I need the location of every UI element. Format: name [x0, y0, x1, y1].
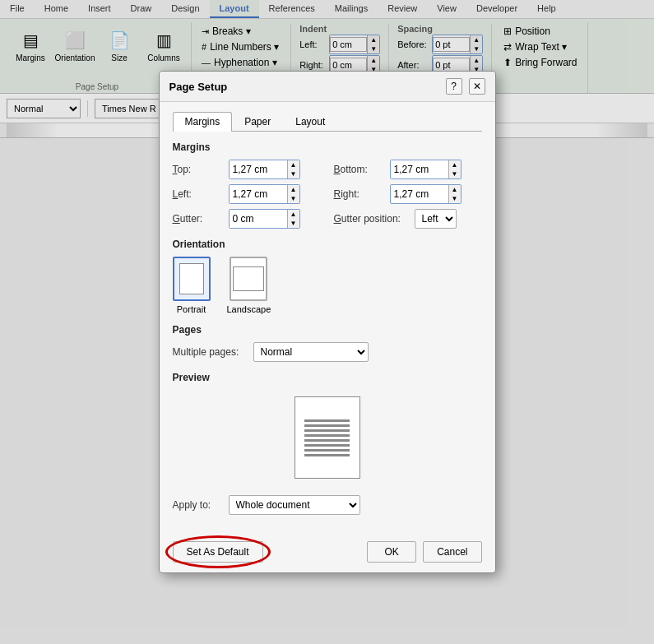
- landscape-icon: [230, 257, 267, 301]
- set-as-default-button[interactable]: Set As Default: [173, 541, 263, 563]
- gutter-up[interactable]: ▲: [288, 210, 299, 219]
- left-up[interactable]: ▲: [288, 185, 299, 194]
- right-down[interactable]: ▼: [449, 194, 461, 203]
- top-input-wrap: ▲ ▼: [229, 160, 300, 179]
- tab-paper[interactable]: Paper: [232, 112, 283, 131]
- gutter-input[interactable]: [230, 210, 287, 228]
- right-up[interactable]: ▲: [449, 185, 461, 194]
- preview-line-5: [304, 439, 350, 442]
- top-down[interactable]: ▼: [288, 169, 299, 178]
- portrait-label: Portrait: [177, 304, 206, 314]
- pages-title: Pages: [173, 324, 482, 336]
- multiple-pages-label: Multiple pages:: [173, 346, 247, 358]
- apply-to-row: Apply to: Whole document: [173, 495, 482, 515]
- orientation-options: Portrait Landscape: [173, 257, 482, 314]
- preview-container: [173, 390, 482, 485]
- gutter-position-label: Gutter position:: [334, 213, 408, 225]
- ok-button[interactable]: OK: [367, 541, 416, 563]
- top-margin-input[interactable]: [230, 160, 287, 178]
- landscape-option[interactable]: Landscape: [227, 257, 271, 314]
- top-spinner: ▲ ▼: [287, 160, 299, 178]
- set-as-default-wrap: Set As Default: [173, 541, 263, 563]
- preview-line-2: [304, 424, 350, 427]
- bottom-margin-row: Bottom: ▲ ▼: [334, 160, 482, 179]
- dialog-body: Margins Paper Layout Margins Top: ▲: [160, 102, 495, 535]
- preview-line-3: [304, 429, 350, 432]
- bottom-label: Bottom:: [334, 164, 383, 175]
- close-button[interactable]: ✕: [469, 78, 485, 95]
- top-up[interactable]: ▲: [288, 160, 299, 169]
- gutter-label: Gutter:: [173, 213, 222, 225]
- preview-line-7: [304, 449, 350, 452]
- bottom-margin-input[interactable]: [391, 160, 448, 178]
- dialog-header: Page Setup ? ✕: [160, 72, 495, 102]
- preview-section: Preview: [173, 372, 482, 485]
- left-spinner: ▲ ▼: [287, 185, 299, 203]
- left-down[interactable]: ▼: [288, 194, 299, 203]
- help-button[interactable]: ?: [446, 78, 462, 95]
- left-margin-input[interactable]: [230, 185, 287, 203]
- preview-line-8: [304, 454, 350, 456]
- margins-form: Top: ▲ ▼ Bottom:: [173, 160, 482, 229]
- right-margin-input[interactable]: [391, 185, 448, 203]
- tab-layout-dialog[interactable]: Layout: [283, 112, 337, 131]
- portrait-option[interactable]: Portrait: [173, 257, 211, 314]
- pages-section: Pages Multiple pages: Normal: [173, 324, 482, 362]
- right-input-wrap: ▲ ▼: [390, 184, 462, 204]
- top-margin-row: Top: ▲ ▼: [173, 160, 321, 179]
- orientation-title: Orientation: [173, 239, 482, 250]
- left-input-wrap: ▲ ▼: [229, 184, 300, 204]
- page-setup-dialog: Page Setup ? ✕ Margins Paper Layout Marg…: [159, 71, 496, 573]
- dialog-footer: Set As Default OK Cancel: [160, 535, 495, 572]
- dialog-tabs: Margins Paper Layout: [173, 112, 482, 132]
- preview-box: [295, 396, 360, 479]
- landscape-label: Landscape: [227, 304, 271, 314]
- dialog-title: Page Setup: [169, 81, 228, 93]
- gutter-input-wrap: ▲ ▼: [229, 209, 300, 229]
- portrait-icon: [173, 257, 211, 301]
- bottom-spinner: ▲ ▼: [448, 160, 461, 178]
- preview-line-6: [304, 444, 350, 447]
- gutter-spinner: ▲ ▼: [287, 210, 299, 228]
- right-label: Right:: [334, 188, 383, 200]
- bottom-up[interactable]: ▲: [449, 160, 461, 169]
- cancel-button[interactable]: Cancel: [423, 541, 481, 563]
- right-margin-row: Right: ▲ ▼: [334, 184, 482, 204]
- gutter-position-select[interactable]: Left: [415, 209, 457, 229]
- left-label: Left:: [173, 188, 222, 200]
- multiple-pages-select[interactable]: Normal: [253, 342, 369, 362]
- preview-line-4: [304, 434, 350, 437]
- footer-right-buttons: OK Cancel: [367, 541, 481, 563]
- gutter-position-row: Gutter position: Left: [334, 209, 482, 229]
- orientation-section: Orientation Portrait Landscape: [173, 239, 482, 314]
- gutter-down[interactable]: ▼: [288, 219, 299, 228]
- modal-overlay: Page Setup ? ✕ Margins Paper Layout Marg…: [0, 0, 654, 644]
- margins-section-title: Margins: [173, 141, 482, 153]
- gutter-row: Gutter: ▲ ▼: [173, 209, 321, 229]
- left-margin-row: Left: ▲ ▼: [173, 184, 321, 204]
- right-spinner: ▲ ▼: [448, 185, 461, 203]
- apply-to-select[interactable]: Whole document: [229, 495, 360, 515]
- tab-margins[interactable]: Margins: [173, 112, 233, 132]
- preview-title: Preview: [173, 372, 482, 383]
- top-label: Top:: [173, 164, 222, 175]
- dialog-controls: ? ✕: [446, 78, 485, 95]
- apply-to-label: Apply to:: [173, 499, 222, 511]
- bottom-down[interactable]: ▼: [449, 169, 461, 178]
- multiple-pages-row: Multiple pages: Normal: [173, 342, 482, 362]
- bottom-input-wrap: ▲ ▼: [390, 160, 462, 179]
- preview-line-1: [304, 419, 350, 422]
